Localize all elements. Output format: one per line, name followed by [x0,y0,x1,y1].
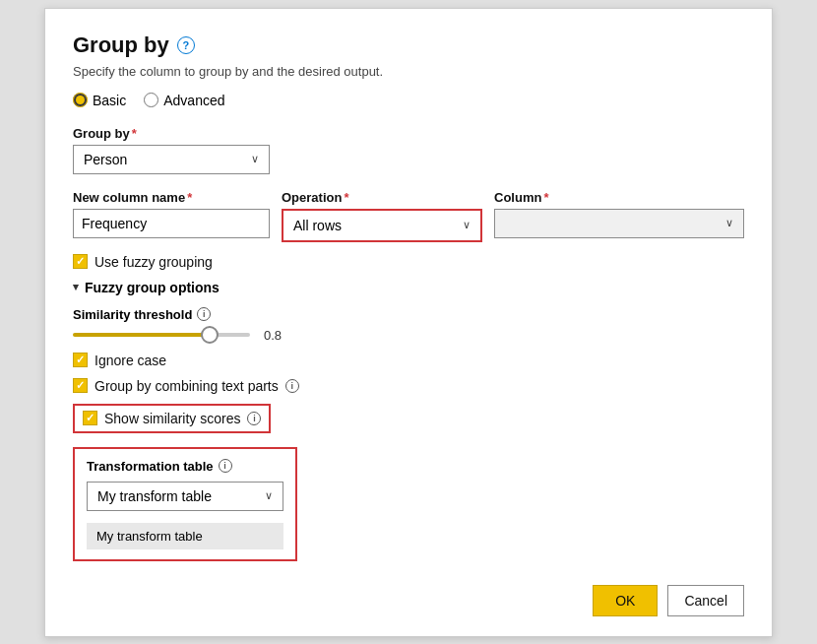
transformation-option[interactable]: My transform table [87,523,283,549]
ignore-case-label: Ignore case [94,353,166,368]
new-column-label: New column name* [73,190,270,205]
group-combining-row: Group by combining text parts i [73,378,744,394]
operation-select[interactable]: All rows ∨ [283,211,480,240]
group-by-chevron-icon: ∨ [251,153,259,165]
footer-row: OK Cancel [73,585,744,616]
group-combining-label: Group by combining text parts [94,378,279,394]
radio-advanced-input[interactable] [144,93,158,107]
group-by-dialog: Group by ? Specify the column to group b… [44,8,773,637]
column-select[interactable]: ∨ [494,209,744,238]
slider-container: 0.8 [73,328,744,343]
show-similarity-info-icon[interactable]: i [247,412,261,425]
transformation-info-icon[interactable]: i [219,459,232,473]
transformation-label-row: Transformation table i [87,459,283,474]
radio-basic[interactable]: Basic [73,93,126,108]
similarity-label-row: Similarity threshold i [73,307,744,322]
ignore-case-row: Ignore case [73,353,744,368]
title-row: Group by ? [73,32,744,58]
show-similarity-highlight: Show similarity scores i [73,404,271,433]
use-fuzzy-label: Use fuzzy grouping [94,254,213,270]
similarity-label: Similarity threshold [73,307,192,322]
radio-basic-input[interactable] [73,93,88,107]
transformation-chevron-icon: ∨ [265,489,273,502]
fuzzy-section-toggle[interactable]: ▾ Fuzzy group options [73,280,744,295]
transformation-section: Transformation table i My transform tabl… [73,447,297,561]
column-section: Column* ∨ [494,190,744,238]
show-similarity-checkbox[interactable] [83,411,97,425]
radio-advanced-label: Advanced [163,93,224,108]
operation-chevron-icon: ∨ [463,219,471,231]
group-by-label: Group by* [73,126,744,141]
operation-section: Operation* All rows ∨ [282,190,482,242]
help-icon[interactable]: ? [177,36,195,54]
similarity-section: Similarity threshold i 0.8 [73,307,744,343]
fuzzy-collapse-icon: ▾ [73,281,79,293]
columns-row: New column name* Operation* All rows ∨ C… [73,190,744,242]
similarity-value: 0.8 [264,328,287,343]
ok-button[interactable]: OK [593,585,658,616]
radio-advanced[interactable]: Advanced [144,93,224,108]
group-by-select[interactable]: Person ∨ [73,145,270,174]
show-similarity-wrapper: Show similarity scores i [73,404,744,433]
dialog-title: Group by [73,32,169,58]
new-column-input[interactable] [73,209,270,238]
similarity-info-icon[interactable]: i [197,307,211,321]
radio-group: Basic Advanced [73,93,744,108]
show-similarity-label: Show similarity scores [104,411,240,426]
group-by-select-wrapper: Person ∨ [73,145,270,174]
new-column-section: New column name* [73,190,270,238]
radio-basic-label: Basic [93,93,126,108]
use-fuzzy-checkbox[interactable] [73,254,88,269]
ignore-case-checkbox[interactable] [73,353,88,367]
cancel-button[interactable]: Cancel [667,585,744,616]
operation-highlight-border: All rows ∨ [282,209,482,242]
operation-label: Operation* [282,190,482,205]
column-chevron-icon: ∨ [725,217,733,229]
group-by-section: Group by* Person ∨ [73,126,744,174]
similarity-slider[interactable] [73,333,250,337]
use-fuzzy-row: Use fuzzy grouping [73,254,744,270]
transformation-select[interactable]: My transform table ∨ [87,482,283,511]
dialog-subtitle: Specify the column to group by and the d… [73,64,744,79]
group-combining-checkbox[interactable] [73,378,88,393]
fuzzy-section-title: Fuzzy group options [85,280,220,295]
transformation-label: Transformation table [87,459,214,474]
column-label: Column* [494,190,744,205]
combining-info-icon[interactable]: i [285,379,299,393]
